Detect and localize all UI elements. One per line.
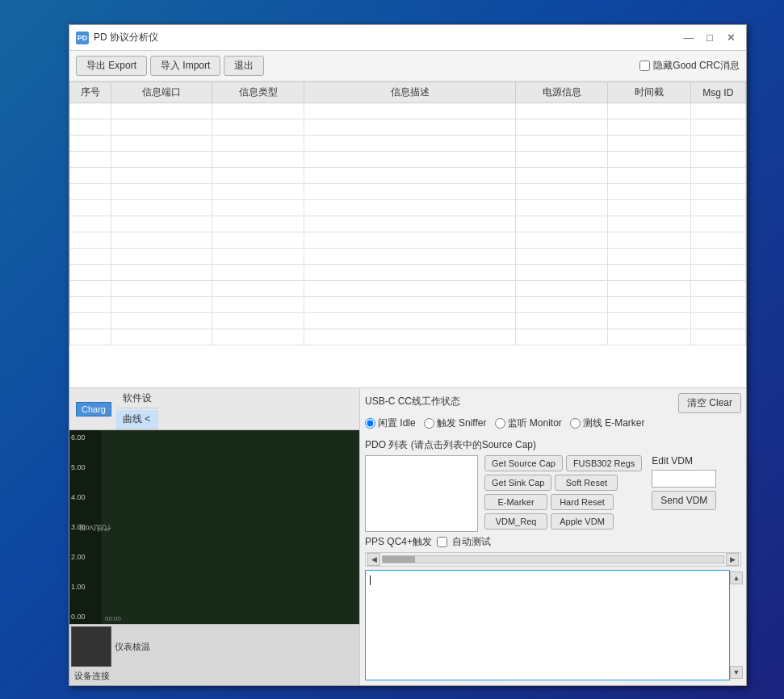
table-row[interactable]	[70, 281, 746, 297]
e-marker-button[interactable]: E-Marker	[484, 494, 547, 510]
log-cursor: |	[369, 574, 371, 585]
send-vdm-button[interactable]: Send VDM	[652, 491, 716, 510]
y-label-2: 2.00	[69, 553, 102, 561]
y-label-4: 4.00	[69, 493, 102, 501]
mode-idle[interactable]: 闲置 Idle	[365, 416, 416, 430]
main-content: 序号 信息端口 信息类型 信息描述 电源信息 时间截 Msg ID	[69, 82, 746, 685]
software-settings-item[interactable]: 软件设	[116, 389, 158, 408]
mode-radio-group: 闲置 Idle 触发 Sniffer 监听 Monitor 测线 E-	[365, 416, 741, 430]
left-menu: 软件设 曲线 <	[116, 389, 158, 429]
left-panel: Charg 软件设 曲线 < 6.00 5.00 4.00 3.00 2.00	[69, 388, 360, 685]
scroll-thumb[interactable]	[383, 556, 415, 563]
radio-emarker[interactable]	[570, 418, 581, 429]
auto-test-checkbox[interactable]	[437, 537, 447, 547]
hide-crc-group: 隐藏Good CRC消息	[639, 59, 740, 73]
pps-label: PPS QC4+触发	[365, 535, 432, 549]
radio-sniffer[interactable]	[424, 418, 434, 429]
table-header-row: 序号 信息端口 信息类型 信息描述 电源信息 时间截 Msg ID	[70, 82, 746, 103]
import-button[interactable]: 导入 Import	[150, 56, 220, 76]
pdo-list-box[interactable]	[365, 455, 478, 532]
y-label-0: 0.00	[69, 613, 102, 621]
export-button[interactable]: 导出 Export	[76, 56, 147, 76]
pdo-btn-row-1: Get Source Cap FUSB302 Regs	[484, 455, 642, 471]
table-row[interactable]	[70, 168, 746, 184]
table-row[interactable]	[70, 313, 746, 329]
maximize-button[interactable]: □	[701, 29, 719, 47]
pdo-btn-row-3: E-Marker Hard Reset	[484, 494, 642, 510]
device-connect-label: 设备连接	[71, 668, 358, 684]
table-row[interactable]	[70, 119, 746, 136]
y-label-1: 1.00	[69, 583, 102, 591]
table-row[interactable]	[70, 265, 746, 281]
col-description: 信息描述	[304, 82, 516, 103]
col-port: 信息端口	[111, 82, 212, 103]
right-panel: USB-C CC线工作状态 清空 Clear 闲置 Idle 触发 Sniffe…	[360, 388, 746, 685]
vdm-req-button[interactable]: VDM_Req	[484, 513, 547, 529]
apple-vdm-button[interactable]: Apple VDM	[551, 513, 614, 529]
mode-idle-label: 闲置 Idle	[378, 416, 416, 430]
window-controls: — □ ✕	[680, 29, 740, 47]
log-scroll-down[interactable]: ▼	[730, 666, 743, 679]
log-scroll-up[interactable]: ▲	[730, 571, 743, 584]
mode-sniffer[interactable]: 触发 Sniffer	[424, 416, 487, 430]
scroll-right-button[interactable]: ▶	[726, 553, 739, 566]
x-axis: 00:00	[102, 613, 359, 624]
table-row[interactable]	[70, 152, 746, 168]
data-table: 序号 信息端口 信息类型 信息描述 电源信息 时间截 Msg ID	[69, 82, 746, 345]
mode-emarker[interactable]: 测线 E-Marker	[570, 416, 645, 430]
col-type: 信息类型	[212, 82, 304, 103]
pdo-btn-row-2: Get Sink Cap Soft Reset	[484, 475, 642, 491]
curve-item[interactable]: 曲线 <	[116, 410, 158, 429]
cc-status-header: USB-C CC线工作状态 清空 Clear	[365, 393, 741, 413]
mode-sniffer-label: 触发 Sniffer	[437, 416, 487, 430]
log-container: | ▲ ▼	[365, 570, 741, 680]
table-body	[70, 103, 746, 345]
cc-status-section: USB-C CC线工作状态 清空 Clear 闲置 Idle 触发 Sniffe…	[365, 393, 741, 435]
clear-button[interactable]: 清空 Clear	[678, 393, 741, 413]
mode-emarker-label: 测线 E-Marker	[583, 416, 645, 430]
app-icon: PD	[76, 31, 89, 44]
get-sink-cap-button[interactable]: Get Sink Cap	[484, 475, 551, 491]
pdo-title: PDO 列表 (请点击列表中的Source Cap)	[365, 438, 741, 452]
soft-reset-button[interactable]: Soft Reset	[555, 475, 618, 491]
chart-display: 6.00 5.00 4.00 3.00 2.00 1.00 0.00 代线(Vo…	[69, 430, 359, 624]
minimize-button[interactable]: —	[680, 29, 698, 47]
fusb302-regs-button[interactable]: FUSB302 Regs	[566, 455, 642, 471]
table-row[interactable]	[70, 232, 746, 249]
table-row[interactable]	[70, 136, 746, 152]
scroll-left-button[interactable]: ◀	[367, 553, 380, 566]
table-row[interactable]	[70, 200, 746, 216]
thermometer-item: 仪表核温	[71, 626, 358, 667]
table-row[interactable]	[70, 103, 746, 119]
col-power: 电源信息	[516, 82, 608, 103]
col-time: 时间截	[608, 82, 690, 103]
title-bar: PD PD 协议分析仪 — □ ✕	[69, 25, 746, 51]
scroll-track[interactable]	[382, 555, 724, 563]
x-label-time: 00:00	[105, 615, 121, 622]
hard-reset-button[interactable]: Hard Reset	[551, 494, 614, 510]
log-area[interactable]: |	[365, 570, 730, 680]
pdo-section: PDO 列表 (请点击列表中的Source Cap) Get Source Ca…	[365, 438, 741, 532]
vdm-input[interactable]	[652, 470, 716, 488]
radio-monitor[interactable]	[495, 418, 505, 429]
vdm-label: Edit VDM	[652, 455, 716, 467]
get-source-cap-button[interactable]: Get Source Cap	[484, 455, 563, 471]
mode-monitor[interactable]: 监听 Monitor	[495, 416, 562, 430]
table-row[interactable]	[70, 249, 746, 265]
table-row[interactable]	[70, 329, 746, 345]
exit-button[interactable]: 退出	[224, 56, 264, 76]
col-msgid: Msg ID	[690, 82, 745, 103]
mode-monitor-label: 监听 Monitor	[508, 416, 562, 430]
col-sequence: 序号	[70, 82, 111, 103]
log-scrollbar: ▲ ▼	[730, 570, 741, 680]
left-top-area: Charg 软件设 曲线 <	[69, 388, 359, 430]
horizontal-scrollbar[interactable]: ◀ ▶	[365, 552, 741, 567]
table-row[interactable]	[70, 184, 746, 200]
table-row[interactable]	[70, 297, 746, 313]
table-row[interactable]	[70, 216, 746, 232]
y-label-6: 6.00	[69, 433, 102, 442]
hide-crc-checkbox[interactable]	[639, 61, 650, 71]
auto-test-label: 自动测试	[452, 535, 491, 549]
radio-idle[interactable]	[365, 418, 375, 429]
close-button[interactable]: ✕	[722, 29, 740, 47]
